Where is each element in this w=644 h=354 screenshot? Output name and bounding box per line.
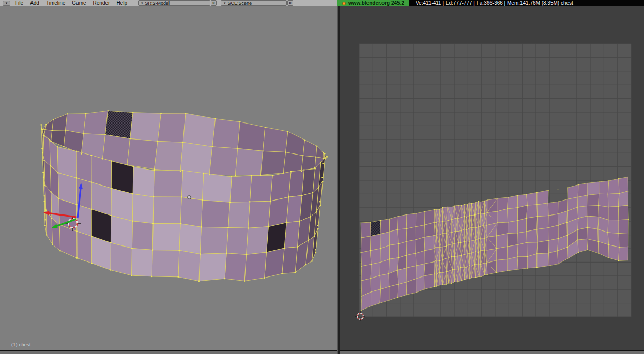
menu-timeline[interactable]: Timeline bbox=[46, 0, 65, 6]
menu-game[interactable]: Game bbox=[72, 0, 86, 6]
globe-icon bbox=[342, 2, 346, 5]
dropdown-arrows-icon: ▾ bbox=[224, 1, 226, 5]
info-header-left: ▾ File Add Timeline Game Render Help ▾ S… bbox=[0, 0, 337, 6]
viewport-3d-header-strip[interactable] bbox=[0, 350, 337, 354]
active-object-label: (1) chest bbox=[11, 342, 31, 347]
info-header-right: www.blender.org 245.2 Ve:411-411 | Ed:77… bbox=[337, 0, 644, 6]
menu-add[interactable]: Add bbox=[30, 0, 39, 6]
viewport-3d[interactable]: (1) chest bbox=[0, 6, 337, 354]
screen-selector-value: SR:2-Model bbox=[145, 1, 170, 6]
scene-selector[interactable]: ▾ SCE:Scene bbox=[221, 0, 287, 6]
scene-statistics: Ve:411-411 | Ed:777-777 | Fa:366-366 | M… bbox=[416, 0, 573, 6]
menu-help[interactable]: Help bbox=[116, 0, 127, 6]
scene-close-icon[interactable]: ✕ bbox=[287, 0, 293, 6]
top-header-bar: ▾ File Add Timeline Game Render Help ▾ S… bbox=[0, 0, 644, 6]
screen-selector[interactable]: ▾ SR:2-Model bbox=[138, 0, 210, 6]
uv-image-editor[interactable] bbox=[340, 6, 644, 354]
scene-selector-value: SCE:Scene bbox=[227, 1, 252, 6]
window-type-dropdown-icon[interactable]: ▾ bbox=[3, 1, 10, 6]
uv-mesh-canvas[interactable] bbox=[340, 6, 644, 354]
3d-mesh-canvas[interactable] bbox=[0, 6, 337, 354]
blender-version-link[interactable]: www.blender.org 245.2 bbox=[337, 0, 409, 6]
blender-window: ▾ File Add Timeline Game Render Help ▾ S… bbox=[0, 0, 644, 354]
screen-close-icon[interactable]: ✕ bbox=[211, 0, 217, 6]
menu-render[interactable]: Render bbox=[93, 0, 110, 6]
uv-editor-header-strip[interactable] bbox=[340, 350, 644, 354]
menu-file[interactable]: File bbox=[15, 0, 23, 6]
dropdown-arrows-icon: ▾ bbox=[141, 1, 143, 5]
editors-row: (1) chest bbox=[0, 6, 644, 354]
version-link-label: www.blender.org 245.2 bbox=[348, 0, 404, 6]
